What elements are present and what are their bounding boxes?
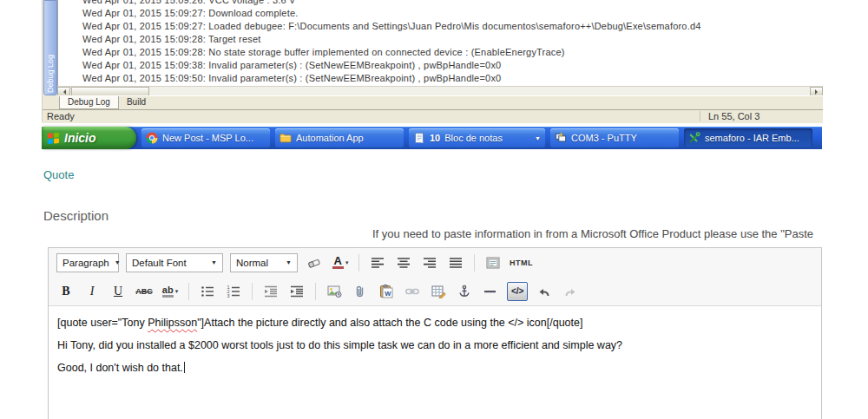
outdent-button[interactable]: [261, 282, 280, 301]
remove-format-button[interactable]: [305, 253, 324, 272]
font-size-value: Normal: [236, 258, 268, 268]
preview-panel-button[interactable]: [483, 253, 503, 272]
bullet-list-button[interactable]: [198, 282, 217, 301]
attach-file-button[interactable]: [351, 282, 370, 301]
undo-button[interactable]: [535, 282, 554, 301]
font-family-value: Default Font: [132, 258, 187, 268]
underline-button[interactable]: U: [108, 282, 128, 301]
horizontal-rule-button[interactable]: [481, 282, 500, 301]
output-tab-bar: Debug Log Build: [57, 95, 823, 110]
toolbar-separator: [358, 254, 359, 272]
insert-image-button[interactable]: [325, 282, 344, 301]
misspelled-word: Philipsson: [148, 317, 197, 329]
align-center-icon: [397, 256, 411, 270]
align-justify-icon: [449, 256, 463, 270]
italic-button[interactable]: I: [82, 282, 102, 301]
description-heading: Description: [43, 208, 108, 223]
chevron-down-icon: ▼: [115, 259, 121, 265]
anchor-button[interactable]: [455, 282, 474, 301]
paste-from-word-button[interactable]: W: [377, 282, 396, 301]
html-source-button[interactable]: HTML: [510, 253, 533, 272]
svg-text:3: 3: [227, 293, 230, 298]
indent-button[interactable]: [287, 282, 306, 301]
taskbar-button-label: semaforo - IAR Emb...: [705, 133, 799, 143]
group-count: 10: [430, 133, 440, 143]
log-line: Wed Apr 01, 2015 15:09:27: Loaded debuge…: [58, 20, 823, 33]
quote-link[interactable]: Quote: [43, 168, 74, 181]
windows-logo-icon: [47, 132, 60, 145]
group-dropdown-icon[interactable]: ▼: [535, 135, 541, 141]
insert-code-button[interactable]: </>: [507, 282, 528, 301]
taskbar-button-iar[interactable]: semaforo - IAR Emb...: [684, 128, 812, 147]
toolbar-separator: [474, 254, 475, 272]
log-line: Wed Apr 01, 2015 15:09:27: Download comp…: [58, 7, 823, 20]
table-edit-icon: [431, 285, 446, 298]
status-cursor-position: Ln 55, Col 3: [700, 111, 760, 121]
notepad-icon: [413, 132, 425, 144]
svg-text:W: W: [385, 289, 391, 297]
paragraph-format-value: Paragraph: [62, 258, 109, 268]
paragraph-format-dropdown[interactable]: Paragraph▼: [56, 253, 119, 272]
toolbar-separator: [315, 283, 316, 300]
redo-button[interactable]: [561, 282, 580, 301]
bold-button[interactable]: B: [56, 282, 76, 301]
chevron-down-icon: ▾: [175, 288, 179, 295]
folder-icon: [279, 132, 292, 144]
toolbar-row-2: B I U ABC ab ▾ 123: [49, 277, 821, 305]
editor-content[interactable]: [quote user="Tony Philipsson"]Attach the…: [49, 306, 821, 419]
log-line: Wed Apr 01, 2015 15:09:28: Target reset: [58, 33, 823, 46]
taskbar-button-label: COM3 - PuTTY: [571, 133, 637, 143]
debug-log-output[interactable]: Wed Apr 01, 2015 15:09:26: VCC voltage :…: [57, 0, 823, 86]
left-triangle-icon: [61, 89, 66, 95]
paste-notice: If you need to paste information in from…: [372, 227, 868, 240]
rich-text-editor: Paragraph▼ Default Font▼ Normal▼: [48, 247, 822, 419]
tab-debug-log[interactable]: Debug Log: [59, 96, 119, 109]
toolbar-separator: [188, 283, 189, 300]
font-size-dropdown[interactable]: Normal▼: [230, 253, 298, 272]
align-right-button[interactable]: [420, 253, 439, 272]
editor-toolbar: Paragraph▼ Default Font▼ Normal▼: [49, 248, 821, 306]
chevron-down-icon: ▼: [286, 259, 292, 265]
toolbar-row-1: Paragraph▼ Default Font▼ Normal▼: [49, 248, 821, 277]
embedded-screenshot: Debug Log Wed Apr 01, 2015 15:09:26: VCC…: [42, 0, 822, 149]
highlight-letters: ab: [162, 285, 174, 298]
toolbar-separator: [252, 283, 253, 300]
taskbar-button-automation-app[interactable]: Automation App: [275, 128, 404, 147]
windows-taskbar: Inicio New Post - MSP Lo...: [42, 127, 822, 149]
anchor-icon: [457, 285, 471, 298]
horizontal-rule-icon: [483, 285, 497, 298]
undo-icon: [537, 285, 551, 298]
align-center-button[interactable]: [394, 253, 413, 272]
paste-word-icon: W: [379, 285, 393, 298]
paperclip-icon: [353, 285, 367, 298]
debug-log-vertical-tab[interactable]: Debug Log: [43, 0, 57, 95]
align-left-button[interactable]: [368, 253, 387, 272]
taskbar-button-label: Automation App: [296, 133, 364, 143]
numbered-list-button[interactable]: 123: [224, 282, 243, 301]
redo-icon: [563, 285, 577, 298]
strikethrough-button[interactable]: ABC: [135, 282, 154, 301]
editor-line-quote: [quote user="Tony Philipsson"]Attach the…: [57, 317, 812, 329]
align-justify-button[interactable]: [446, 253, 465, 272]
debug-log-vertical-tab-label: Debug Log: [46, 53, 55, 95]
taskbar-button-browser[interactable]: New Post - MSP Lo...: [141, 128, 270, 147]
text-color-button[interactable]: A ▾: [331, 253, 350, 272]
taskbar-group-notepad[interactable]: 10 Bloc de notas ▼: [409, 128, 545, 147]
font-family-dropdown[interactable]: Default Font▼: [126, 253, 223, 272]
text-color-letter: A: [332, 256, 344, 269]
insert-link-button[interactable]: [403, 282, 422, 301]
outdent-icon: [264, 285, 278, 298]
chevron-down-icon: ▼: [211, 259, 217, 265]
right-triangle-icon: [815, 89, 820, 95]
start-button[interactable]: Inicio: [42, 127, 136, 149]
taskbar-button-putty[interactable]: COM3 - PuTTY: [550, 128, 679, 147]
highlight-button[interactable]: ab ▾: [161, 282, 180, 301]
chevron-down-icon: ▾: [345, 259, 349, 266]
indent-icon: [290, 285, 304, 298]
link-icon: [405, 285, 419, 298]
taskbar-button-label: Bloc de notas: [444, 133, 503, 143]
edit-table-button[interactable]: [429, 282, 448, 301]
status-ready: Ready: [47, 111, 75, 121]
tab-build[interactable]: Build: [119, 96, 154, 108]
align-right-icon: [423, 256, 437, 270]
